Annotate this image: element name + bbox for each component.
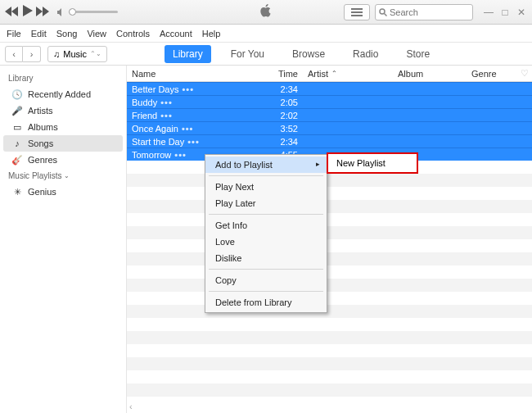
tab-store[interactable]: Store xyxy=(398,45,438,63)
separator xyxy=(209,269,323,270)
window-controls: — □ ✕ xyxy=(483,7,527,18)
menu-view[interactable]: View xyxy=(87,29,106,39)
search-box[interactable] xyxy=(375,4,473,20)
ctx-copy[interactable]: Copy xyxy=(205,272,327,288)
genius-icon: ✳ xyxy=(11,186,23,197)
ctx-add-to-playlist[interactable]: Add to Playlist▸ xyxy=(205,157,327,173)
music-note-icon: ♫ xyxy=(53,49,60,59)
menu-help[interactable]: Help xyxy=(202,29,221,39)
col-name[interactable]: Name xyxy=(127,69,262,79)
col-album[interactable]: Album xyxy=(393,69,467,79)
sidebar-item-songs[interactable]: ♪Songs xyxy=(3,135,123,152)
tab-for-you[interactable]: For You xyxy=(223,45,273,63)
menubar: File Edit Song View Controls Account Hel… xyxy=(0,25,532,43)
nav-tabs: Library For You Browse Radio Store xyxy=(165,45,438,63)
play-button[interactable] xyxy=(21,5,33,20)
source-dropdown[interactable]: ♫ Music ⌃⌄ xyxy=(47,46,107,62)
sidebar: Library 🕓Recently Added 🎤Artists ▭Albums… xyxy=(0,66,127,413)
submenu-new-playlist[interactable]: New Playlist xyxy=(328,154,417,172)
col-heart[interactable]: ♡ xyxy=(516,68,532,79)
genre-icon: 🎸 xyxy=(11,154,23,166)
song-row[interactable]: Start the Day•••2:34 xyxy=(127,134,532,148)
col-time[interactable]: Time xyxy=(262,69,303,79)
more-icon[interactable]: ••• xyxy=(174,150,187,160)
close-button[interactable]: ✕ xyxy=(516,7,527,18)
menu-file[interactable]: File xyxy=(7,29,21,39)
song-icon: ♪ xyxy=(11,138,23,149)
titlebar: — □ ✕ xyxy=(0,0,532,25)
song-row[interactable]: Buddy•••2:05 xyxy=(127,95,532,108)
main-content: Name Time Artist⌃ Album Genre ♡ Better D… xyxy=(127,66,532,413)
submenu: New Playlist xyxy=(327,152,418,174)
source-label: Music xyxy=(63,49,87,59)
mic-icon: 🎤 xyxy=(11,105,23,116)
ctx-play-later[interactable]: Play Later xyxy=(205,195,327,211)
ctx-get-info[interactable]: Get Info xyxy=(205,217,327,234)
apple-logo-icon xyxy=(259,3,273,21)
more-icon[interactable]: ••• xyxy=(160,111,173,120)
ctx-love[interactable]: Love xyxy=(205,234,327,250)
search-input[interactable] xyxy=(390,7,463,17)
rewind-button[interactable] xyxy=(5,5,18,20)
view-list-button[interactable] xyxy=(344,4,370,20)
sidebar-item-genius[interactable]: ✳Genius xyxy=(0,184,126,200)
playback-controls xyxy=(5,5,49,20)
sidebar-item-recently-added[interactable]: 🕓Recently Added xyxy=(0,86,126,102)
col-artist[interactable]: Artist⌃ xyxy=(303,69,393,79)
tab-radio[interactable]: Radio xyxy=(345,45,386,63)
forward-button[interactable] xyxy=(36,5,49,20)
more-icon[interactable]: ••• xyxy=(182,124,194,134)
ctx-play-next[interactable]: Play Next xyxy=(205,179,327,195)
menu-controls[interactable]: Controls xyxy=(116,29,150,39)
col-genre[interactable]: Genre xyxy=(467,69,516,79)
sidebar-library-header: Library xyxy=(0,70,126,86)
tab-browse[interactable]: Browse xyxy=(284,45,333,63)
context-menu: Add to Playlist▸ Play Next Play Later Ge… xyxy=(205,154,327,313)
scroll-left-icon[interactable]: ‹ xyxy=(127,402,140,413)
svg-rect-1 xyxy=(351,11,363,13)
column-headers: Name Time Artist⌃ Album Genre ♡ xyxy=(127,66,532,82)
more-icon[interactable]: ••• xyxy=(187,137,200,147)
nav-back-button[interactable]: ‹ xyxy=(5,46,23,62)
song-row[interactable]: Once Again•••3:52 xyxy=(127,121,532,134)
nav-forward-button[interactable]: › xyxy=(23,46,41,62)
minimize-button[interactable]: — xyxy=(483,7,494,18)
search-icon xyxy=(379,8,387,16)
more-icon[interactable]: ••• xyxy=(160,98,173,107)
empty-rows xyxy=(127,161,532,397)
sidebar-item-artists[interactable]: 🎤Artists xyxy=(0,102,126,119)
toolbar: ‹ › ♫ Music ⌃⌄ Library For You Browse Ra… xyxy=(0,43,532,66)
maximize-button[interactable]: □ xyxy=(499,7,511,18)
svg-point-3 xyxy=(380,9,385,14)
sort-caret-icon: ⌃ xyxy=(331,70,337,77)
ctx-dislike[interactable]: Dislike xyxy=(205,250,327,266)
chevron-right-icon: ▸ xyxy=(316,160,320,168)
svg-line-4 xyxy=(385,13,387,16)
ctx-delete[interactable]: Delete from Library xyxy=(205,294,327,311)
separator xyxy=(209,291,323,292)
album-icon: ▭ xyxy=(11,121,23,133)
song-row[interactable]: Better Days•••2:34 xyxy=(127,82,532,95)
menu-edit[interactable]: Edit xyxy=(31,29,47,39)
more-icon[interactable]: ••• xyxy=(182,84,194,94)
chevron-updown-icon: ⌃⌄ xyxy=(90,50,101,57)
sidebar-item-albums[interactable]: ▭Albums xyxy=(0,119,126,135)
song-list: Better Days•••2:34 Buddy•••2:05 Friend••… xyxy=(127,82,532,161)
menu-song[interactable]: Song xyxy=(56,29,78,39)
song-row[interactable]: Friend•••2:02 xyxy=(127,108,532,121)
menu-account[interactable]: Account xyxy=(160,29,192,39)
separator xyxy=(209,175,323,176)
svg-rect-2 xyxy=(351,15,363,16)
volume-control[interactable] xyxy=(57,8,118,16)
svg-rect-0 xyxy=(351,8,363,10)
tab-library[interactable]: Library xyxy=(165,45,211,63)
chevron-down-icon: ⌄ xyxy=(64,172,70,179)
sidebar-item-genres[interactable]: 🎸Genres xyxy=(0,152,126,168)
sidebar-playlists-header[interactable]: Music Playlists⌄ xyxy=(0,168,126,184)
separator xyxy=(209,214,323,215)
clock-icon: 🕓 xyxy=(11,88,23,100)
